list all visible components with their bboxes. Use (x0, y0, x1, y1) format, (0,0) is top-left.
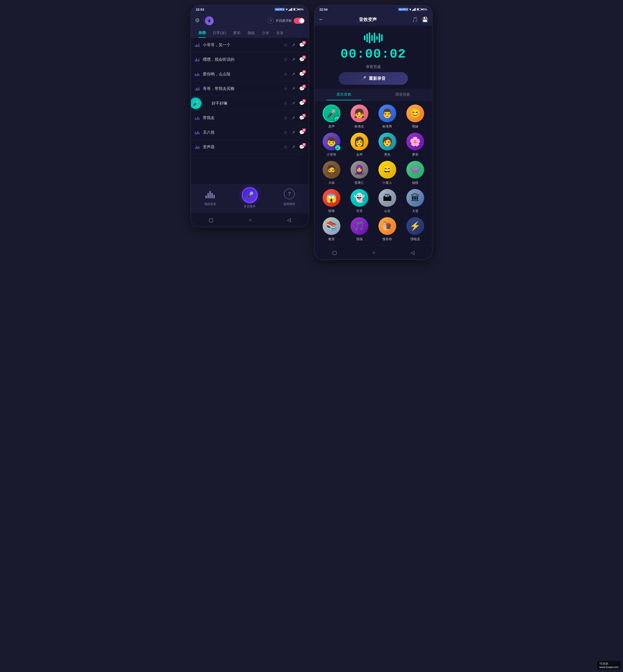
voice-actions-2: ☆ ↗ 💬 新 (284, 71, 304, 77)
effect-avatar-shangu: 🏔 (379, 189, 396, 207)
star-icon-6[interactable]: ☆ (284, 130, 288, 135)
share-icon-5[interactable]: ↗ (292, 115, 295, 121)
tab-shaonv[interactable]: 少女 (258, 28, 273, 38)
star-icon-0[interactable]: ☆ (284, 42, 288, 48)
effect-datang[interactable]: 🏛 大堂 (402, 189, 428, 213)
tab-daomeng[interactable]: 呆萌 (195, 28, 209, 38)
waveform (364, 32, 383, 44)
star-icon-1[interactable]: ☆ (284, 57, 288, 62)
nav-circle[interactable]: ○ (244, 216, 257, 224)
right-header-actions: 🎵 💾 (412, 17, 428, 23)
star-icon-3[interactable]: ☆ (284, 86, 288, 91)
star-icon-2[interactable]: ☆ (284, 71, 288, 77)
save-icon[interactable]: 💾 (422, 17, 428, 23)
nav-wave-icon (204, 187, 217, 201)
settings-icon[interactable]: ⚙ (195, 17, 202, 24)
effect-nvsheng[interactable]: 👩 女声 (346, 133, 372, 157)
voice-actions-6: ☆ ↗ 💬 新 (284, 130, 304, 135)
effect-avatar-nansheng: 🧑 (379, 133, 396, 150)
effect-avatar-dashu: 🧔 (323, 161, 340, 179)
tab-nvyou[interactable]: 女友 (273, 28, 287, 38)
voice-item-4[interactable]: 🎤 好不好嘛 ☆ ↗ 💬 新 (191, 96, 308, 111)
effect-jingsong[interactable]: 😱 惊悚 (319, 189, 344, 213)
tab-mixed-effect[interactable]: 混音音效 (373, 89, 432, 100)
share-icon-0[interactable]: ↗ (292, 42, 295, 48)
effect-label-luoli: 萝莉 (412, 152, 418, 157)
voice-name-5: 带我走 (203, 115, 280, 121)
right-volte-badge: VoLTE 2 (398, 8, 408, 11)
re-record-button[interactable]: 🎤 重新录音 (339, 72, 408, 85)
nav-back[interactable]: ◁ (282, 216, 296, 224)
share-icon-1[interactable]: ↗ (292, 57, 295, 62)
right-nav-back[interactable]: ◁ (406, 249, 419, 257)
float-mic-button[interactable]: 🎤 (191, 97, 201, 109)
voice-item-1[interactable]: 嘿嘿，我会听话的 ☆ ↗ 💬 新 (191, 52, 308, 67)
effect-jiaoshi[interactable]: 📚 教室 (319, 217, 344, 241)
float-toggle[interactable] (294, 18, 304, 24)
share-icon-4[interactable]: ↗ (292, 100, 295, 106)
effect-avatar-yuansheng: 🎤 🎤 (323, 105, 340, 122)
tab-native-effect[interactable]: 原生音效 (315, 89, 373, 100)
nav-square[interactable]: ▢ (204, 216, 218, 224)
right-nav-square[interactable]: ▢ (327, 249, 342, 257)
voice-item-3[interactable]: 哥哥，带我去买糖 ☆ ↗ 💬 新 (191, 82, 308, 96)
effect-avatar-xiaohuangren: 😄 (379, 161, 396, 179)
voice-item-6[interactable]: 丑八怪 ☆ ↗ 💬 新 (191, 125, 308, 140)
crown-icon[interactable]: ♛ (205, 16, 214, 25)
nav-my-voice[interactable]: 我的语音 (204, 187, 217, 209)
header-right: ? 开启悬浮框 (268, 18, 304, 24)
tab-yujie[interactable]: 御姐 (244, 28, 258, 38)
help-icon[interactable]: ? (268, 18, 274, 24)
chat-wrap-6[interactable]: 💬 新 (299, 130, 304, 135)
effect-nansheng[interactable]: 🧑 男生 (374, 133, 400, 157)
effect-xianchang[interactable]: 🎵 现场 (346, 217, 372, 241)
right-status-bar: 22:54 VoLTE 2 ▾ 45% (315, 5, 432, 13)
effect-tabs: 原生音效 混音音效 (315, 89, 432, 100)
right-nav-circle[interactable]: ○ (367, 249, 380, 257)
voice-name-3: 哥哥，带我去买糖 (203, 86, 280, 91)
effect-avatar-datang: 🏛 (406, 189, 424, 207)
chat-wrap-0[interactable]: 💬 新 (299, 42, 304, 48)
share-icon-6[interactable]: ↗ (292, 130, 295, 135)
share-icon-7[interactable]: ↗ (292, 144, 295, 150)
star-icon-4[interactable]: ☆ (284, 100, 288, 106)
voice-actions-5: ☆ ↗ 💬 新 (284, 115, 304, 121)
effect-shangu[interactable]: 🏔 山谷 (374, 189, 400, 213)
voice-item-7[interactable]: 变声器 ☆ ↗ 💬 新 (191, 140, 308, 154)
chat-wrap-2[interactable]: 💬 新 (299, 71, 304, 77)
effect-mengmei[interactable]: 😊 萌妹 (402, 105, 428, 129)
chat-wrap-1[interactable]: 💬 新 (299, 57, 304, 62)
effect-yuansheng[interactable]: 🎤 🎤 原声 (319, 105, 344, 129)
chat-wrap-4[interactable]: 💬 新 (299, 100, 304, 106)
star-icon-7[interactable]: ☆ (284, 144, 288, 150)
effect-xiaohuangren[interactable]: 😄 小黄人 (374, 161, 400, 185)
tab-luoli[interactable]: 萝莉 (230, 28, 244, 38)
chat-wrap-3[interactable]: 💬 新 (299, 86, 304, 91)
voice-item-5[interactable]: 带我走 ☆ ↗ 💬 新 (191, 111, 308, 125)
battery-fill-right (417, 9, 419, 10)
share-icon-3[interactable]: ↗ (292, 86, 295, 91)
share-icon-2[interactable]: ↗ (292, 71, 295, 77)
effect-waiguoren[interactable]: 🧕 歪果仁 (346, 161, 372, 185)
effect-dashu[interactable]: 🧔 大叔 (319, 161, 344, 185)
star-icon-5[interactable]: ☆ (284, 115, 288, 121)
chat-wrap-5[interactable]: 💬 新 (299, 115, 304, 121)
effect-mantuntun[interactable]: 🐌 慢吞吞 (374, 217, 400, 241)
effect-biaozhunnan[interactable]: 👨 标准男 (374, 105, 400, 129)
effect-label-waiguoren: 歪果仁 (354, 181, 364, 185)
voice-item-0[interactable]: 小哥哥，笑一个 ☆ ↗ 💬 新 (191, 38, 308, 52)
tab-richang[interactable]: 日常(女) (209, 28, 230, 38)
effect-biaozhunv[interactable]: 👧 标准女 (346, 105, 372, 129)
effect-luoli[interactable]: 🌸 萝莉 (402, 133, 428, 157)
effect-label-jingsong: 惊悚 (328, 209, 335, 213)
effect-xiaogege[interactable]: 👦 🎤 小哥哥 (319, 133, 344, 157)
nav-start-change[interactable]: 🎤 开启变声 (242, 187, 258, 209)
voice-item-2[interactable]: 爱你哟，么么哒 ☆ ↗ 💬 新 (191, 67, 308, 82)
chat-wrap-7[interactable]: 💬 新 (299, 144, 304, 150)
effect-qiangdianliu[interactable]: ⚡ 强电流 (402, 217, 428, 241)
nav-help[interactable]: ? 使用帮助 (283, 187, 296, 209)
back-button[interactable]: ← (319, 16, 324, 23)
effect-gaoguai[interactable]: 👾 搞怪 (402, 161, 428, 185)
equalizer-icon[interactable]: 🎵 (412, 17, 418, 23)
effect-kongling[interactable]: 👻 空灵 (346, 189, 372, 213)
